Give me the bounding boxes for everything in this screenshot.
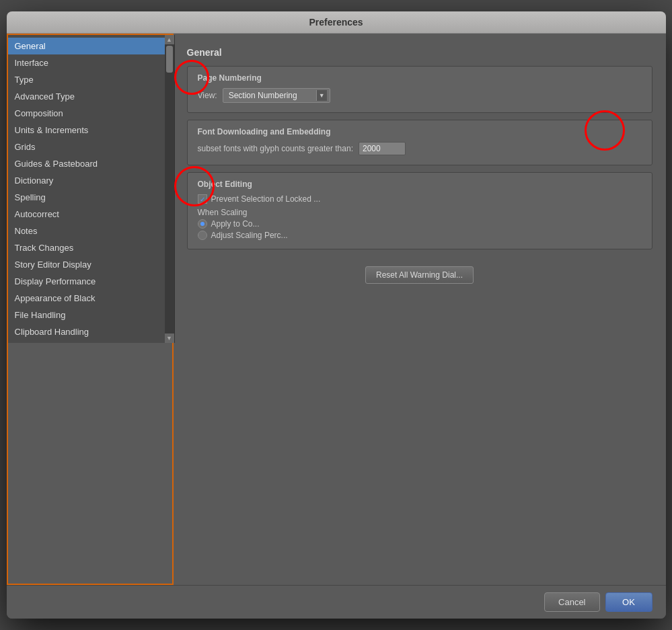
- prevent-locked-label: Prevent Selection of Locked ...: [211, 194, 321, 204]
- preferences-dialog: Preferences GeneralInterfaceTypeAdvanced…: [7, 11, 666, 619]
- main-content: General Page Numbering View: Section Num…: [174, 34, 666, 585]
- sidebar-item-notes[interactable]: Notes: [8, 223, 165, 239]
- font-downloading-panel: Font Downloading and Embedding subset fo…: [187, 120, 652, 165]
- page-numbering-panel: Page Numbering View: Section Numbering ▼: [187, 66, 652, 113]
- apply-to-content-row: Apply to Co...: [198, 219, 642, 229]
- ok-button[interactable]: OK: [605, 592, 652, 612]
- dialog-title: Preferences: [309, 17, 363, 28]
- sidebar-item-units---increments[interactable]: Units & Increments: [8, 122, 165, 139]
- when-scaling-label: When Scaling: [198, 208, 642, 217]
- sidebar-scroll-track: [165, 44, 174, 333]
- adjust-scaling-row: Adjust Scaling Perc...: [198, 231, 642, 240]
- apply-to-content-label: Apply to Co...: [211, 219, 260, 229]
- object-editing-title: Object Editing: [198, 180, 642, 189]
- view-label: View:: [198, 91, 217, 100]
- subset-value-input[interactable]: [359, 142, 406, 155]
- sidebar-scroll-up[interactable]: [165, 35, 174, 44]
- font-downloading-title: Font Downloading and Embedding: [198, 127, 642, 136]
- sidebar-item-advanced-type[interactable]: Advanced Type: [8, 88, 165, 105]
- sidebar-item-display-performance[interactable]: Display Performance: [8, 273, 165, 290]
- adjust-scaling-label: Adjust Scaling Perc...: [211, 231, 288, 240]
- sidebar-item-file-handling[interactable]: File Handling: [8, 307, 165, 323]
- sidebar-item-story-editor-display[interactable]: Story Editor Display: [8, 256, 165, 273]
- sidebar-scroll-thumb[interactable]: [166, 46, 173, 73]
- sidebar-item-grids[interactable]: Grids: [8, 139, 165, 155]
- prevent-locked-checkbox[interactable]: [198, 194, 207, 204]
- prevent-locked-row: Prevent Selection of Locked ...: [198, 194, 642, 204]
- view-dropdown[interactable]: Section Numbering ▼: [223, 88, 330, 103]
- sidebar-item-autocorrect[interactable]: Autocorrect: [8, 206, 165, 223]
- sidebar: GeneralInterfaceTypeAdvanced TypeComposi…: [8, 35, 175, 343]
- dropdown-value: Section Numbering: [226, 90, 316, 101]
- section-title: General: [187, 47, 652, 58]
- sidebar-item-track-changes[interactable]: Track Changes: [8, 239, 165, 256]
- page-numbering-row: View: Section Numbering ▼: [198, 88, 642, 103]
- sidebar-item-clipboard-handling[interactable]: Clipboard Handling: [8, 323, 165, 340]
- font-subset-row: subset fonts with glyph counts greater t…: [198, 142, 642, 155]
- object-editing-panel: Object Editing Prevent Selection of Lock…: [187, 172, 652, 249]
- dialog-footer: Cancel OK: [7, 585, 666, 619]
- adjust-scaling-radio[interactable]: [198, 231, 207, 240]
- sidebar-item-spelling[interactable]: Spelling: [8, 189, 165, 206]
- sidebar-scroll-down[interactable]: [165, 333, 174, 343]
- sidebar-item-composition[interactable]: Composition: [8, 105, 165, 122]
- sidebar-item-appearance-of-black[interactable]: Appearance of Black: [8, 290, 165, 307]
- cancel-button[interactable]: Cancel: [544, 592, 599, 612]
- sidebar-item-guides---pasteboard[interactable]: Guides & Pasteboard: [8, 155, 165, 172]
- sidebar-item-type[interactable]: Type: [8, 71, 165, 88]
- sidebar-item-interface[interactable]: Interface: [8, 54, 165, 71]
- sidebar-item-dictionary[interactable]: Dictionary: [8, 172, 165, 189]
- reset-warnings-button[interactable]: Reset All Warning Dial...: [365, 266, 474, 284]
- apply-to-content-radio[interactable]: [198, 219, 207, 229]
- title-bar: Preferences: [7, 11, 666, 34]
- sidebar-item-general[interactable]: General: [8, 38, 165, 54]
- page-numbering-title: Page Numbering: [198, 73, 642, 83]
- sidebar-list: GeneralInterfaceTypeAdvanced TypeComposi…: [8, 38, 174, 340]
- subset-label: subset fonts with glyph counts greater t…: [198, 144, 353, 153]
- dropdown-arrow-icon: ▼: [316, 90, 327, 101]
- sidebar-scrollbar: [165, 35, 174, 343]
- sidebar-wrapper: GeneralInterfaceTypeAdvanced TypeComposi…: [7, 34, 174, 585]
